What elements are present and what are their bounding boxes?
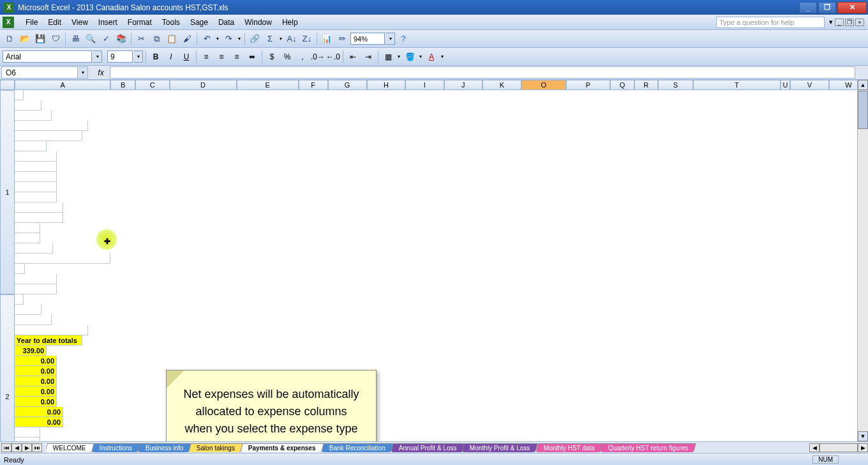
help-search-input[interactable]: Type a question for help	[716, 17, 825, 28]
undo-dropdown-icon[interactable]: ▾	[215, 36, 220, 42]
redo-icon[interactable]: ↷	[221, 32, 236, 46]
col-header-J[interactable]: J	[444, 80, 483, 90]
cell[interactable]: 0.00	[15, 356, 57, 366]
wb-close-button[interactable]: ×	[855, 19, 864, 26]
sheet-tab-monthly-profit---loss[interactable]: Monthly Profit & Loss	[462, 443, 539, 452]
sheet-tab-payments---expenses[interactable]: Payments & expenses	[240, 443, 324, 452]
cell[interactable]	[15, 192, 57, 202]
cell[interactable]	[15, 213, 63, 223]
align-center-icon[interactable]: ≡	[214, 50, 228, 64]
font-size-dropdown-icon[interactable]: ▾	[134, 50, 143, 63]
col-header-I[interactable]: I	[405, 80, 444, 90]
help-dropdown-icon[interactable]: ▾	[827, 18, 835, 26]
cell[interactable]: 0.00	[15, 366, 57, 376]
col-header-C[interactable]: C	[135, 80, 169, 90]
font-size-input[interactable]: 9	[107, 50, 133, 63]
fx-icon[interactable]: fx	[94, 68, 107, 77]
col-header-D[interactable]: D	[170, 80, 237, 90]
format-painter-icon[interactable]: 🖌	[180, 32, 194, 46]
menu-data[interactable]: Data	[213, 16, 239, 29]
col-header-V[interactable]: V	[790, 80, 829, 90]
increase-decimal-icon[interactable]: .0→	[311, 50, 325, 64]
cell[interactable]	[15, 172, 57, 182]
cell[interactable]	[15, 100, 41, 111]
spelling-icon[interactable]: ✓	[99, 32, 113, 46]
worksheet-area[interactable]: ABCDEFGHIJKOPQRSTUVW12Year to date total…	[0, 80, 868, 441]
cell[interactable]	[15, 90, 24, 100]
cell[interactable]: 0.00	[15, 407, 63, 417]
col-header-Q[interactable]: Q	[610, 80, 634, 90]
copy-icon[interactable]: ⧉	[149, 32, 163, 46]
sheet-tab-instructions[interactable]: Instructions	[91, 443, 140, 452]
sheet-tab-salon-takings[interactable]: Salon takings	[188, 443, 243, 452]
cell[interactable]	[15, 264, 25, 274]
cell[interactable]	[15, 182, 57, 192]
col-header-G[interactable]: G	[328, 80, 367, 90]
cell[interactable]: 339.00	[15, 346, 47, 356]
cell[interactable]	[15, 294, 24, 305]
autosum-icon[interactable]: Σ	[263, 32, 277, 46]
fill-color-dropdown-icon[interactable]: ▾	[418, 54, 423, 59]
cell[interactable]: Year to date totals	[15, 335, 82, 346]
maximize-button[interactable]: ❐	[818, 2, 836, 13]
comma-icon[interactable]: ,	[296, 50, 310, 64]
cut-icon[interactable]: ✂	[134, 32, 148, 46]
research-icon[interactable]: 📚	[114, 32, 128, 46]
cell[interactable]	[15, 233, 40, 243]
minimize-button[interactable]: _	[799, 2, 817, 13]
sheet-tab-monthly-hst-data[interactable]: Monthly HST data	[535, 443, 603, 452]
hyperlink-icon[interactable]: 🔗	[248, 32, 262, 46]
menu-sage[interactable]: Sage	[185, 16, 213, 29]
menu-format[interactable]: Format	[123, 16, 157, 29]
currency-icon[interactable]: $	[265, 50, 279, 64]
permission-icon[interactable]: 🛡	[49, 32, 63, 46]
font-name-input[interactable]: Arial	[3, 50, 92, 63]
chart-icon[interactable]: 📊	[320, 32, 334, 46]
select-all-corner[interactable]	[0, 80, 15, 90]
cell[interactable]	[15, 223, 40, 233]
cell[interactable]	[15, 325, 88, 335]
borders-icon[interactable]: ▦	[381, 50, 395, 64]
borders-dropdown-icon[interactable]: ▾	[396, 54, 401, 59]
merge-center-icon[interactable]: ⬌	[245, 50, 259, 64]
scroll-thumb[interactable]	[858, 91, 868, 129]
menu-file[interactable]: File	[20, 16, 43, 29]
cell[interactable]	[15, 315, 52, 325]
underline-icon[interactable]: U	[179, 50, 193, 64]
undo-icon[interactable]: ↶	[200, 32, 214, 46]
cell[interactable]	[15, 254, 110, 264]
print-icon[interactable]: 🖶	[68, 32, 82, 46]
cell[interactable]	[15, 111, 52, 121]
cell[interactable]	[15, 305, 41, 315]
sort-asc-icon[interactable]: A↓	[285, 32, 299, 46]
new-icon[interactable]: 🗋	[3, 32, 17, 46]
col-header-S[interactable]: S	[658, 80, 693, 90]
print-preview-icon[interactable]: 🔍	[84, 32, 98, 46]
sheet-tab-bank-reconciliation[interactable]: Bank Reconciliation	[321, 443, 394, 452]
col-header-U[interactable]: U	[781, 80, 790, 90]
sheet-tab-welcome[interactable]: WELCOME	[46, 443, 94, 452]
col-header-P[interactable]: P	[566, 80, 611, 90]
drawing-icon[interactable]: ✏	[335, 32, 349, 46]
percent-icon[interactable]: %	[280, 50, 294, 64]
help-icon[interactable]: ?	[396, 32, 410, 46]
cell[interactable]	[15, 274, 57, 284]
italic-icon[interactable]: I	[164, 50, 178, 64]
sort-desc-icon[interactable]: Z↓	[300, 32, 314, 46]
cell[interactable]	[15, 284, 57, 294]
cell[interactable]	[15, 121, 88, 131]
row-header-1[interactable]: 1	[0, 90, 15, 294]
cell[interactable]: 0.00	[15, 417, 63, 427]
col-header-A[interactable]: A	[15, 80, 110, 90]
zoom-input[interactable]: 94%	[350, 33, 385, 45]
row-header-2[interactable]: 2	[0, 294, 15, 441]
name-box[interactable]: O6	[1, 66, 78, 79]
cell[interactable]	[15, 438, 40, 441]
menu-help[interactable]: Help	[277, 16, 303, 29]
col-header-O[interactable]: O	[521, 80, 566, 90]
cell[interactable]	[15, 162, 57, 172]
col-header-T[interactable]: T	[693, 80, 781, 90]
sheet-tab-business-info[interactable]: Business info	[137, 443, 191, 452]
col-header-H[interactable]: H	[367, 80, 406, 90]
font-color-icon[interactable]: A	[424, 50, 438, 64]
